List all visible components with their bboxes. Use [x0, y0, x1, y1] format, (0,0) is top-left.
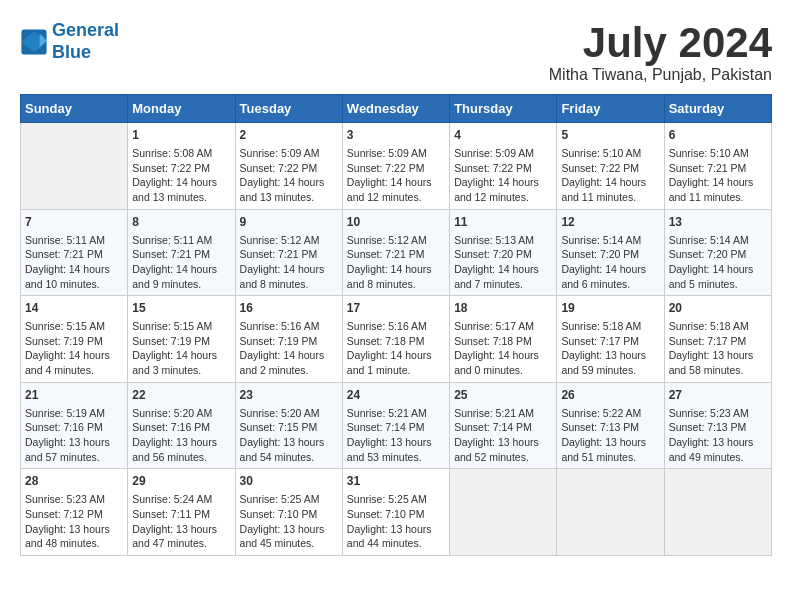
- calendar-day-cell: 1Sunrise: 5:08 AMSunset: 7:22 PMDaylight…: [128, 123, 235, 210]
- weekday-header: Friday: [557, 95, 664, 123]
- day-info: Sunrise: 5:14 AMSunset: 7:20 PMDaylight:…: [561, 234, 646, 290]
- calendar-day-cell: [557, 469, 664, 556]
- calendar-day-cell: 11Sunrise: 5:13 AMSunset: 7:20 PMDayligh…: [450, 209, 557, 296]
- weekday-header: Tuesday: [235, 95, 342, 123]
- day-info: Sunrise: 5:17 AMSunset: 7:18 PMDaylight:…: [454, 320, 539, 376]
- calendar-day-cell: 2Sunrise: 5:09 AMSunset: 7:22 PMDaylight…: [235, 123, 342, 210]
- day-number: 19: [561, 300, 659, 317]
- day-number: 23: [240, 387, 338, 404]
- calendar-day-cell: [664, 469, 771, 556]
- calendar-day-cell: 7Sunrise: 5:11 AMSunset: 7:21 PMDaylight…: [21, 209, 128, 296]
- weekday-header: Wednesday: [342, 95, 449, 123]
- day-info: Sunrise: 5:15 AMSunset: 7:19 PMDaylight:…: [132, 320, 217, 376]
- day-info: Sunrise: 5:14 AMSunset: 7:20 PMDaylight:…: [669, 234, 754, 290]
- calendar-table: SundayMondayTuesdayWednesdayThursdayFrid…: [20, 94, 772, 556]
- calendar-day-cell: [21, 123, 128, 210]
- calendar-day-cell: 28Sunrise: 5:23 AMSunset: 7:12 PMDayligh…: [21, 469, 128, 556]
- logo-text: General Blue: [52, 20, 119, 63]
- calendar-day-cell: 3Sunrise: 5:09 AMSunset: 7:22 PMDaylight…: [342, 123, 449, 210]
- day-info: Sunrise: 5:18 AMSunset: 7:17 PMDaylight:…: [669, 320, 754, 376]
- day-info: Sunrise: 5:16 AMSunset: 7:19 PMDaylight:…: [240, 320, 325, 376]
- day-number: 30: [240, 473, 338, 490]
- day-number: 15: [132, 300, 230, 317]
- day-info: Sunrise: 5:11 AMSunset: 7:21 PMDaylight:…: [132, 234, 217, 290]
- day-info: Sunrise: 5:21 AMSunset: 7:14 PMDaylight:…: [454, 407, 539, 463]
- calendar-week-row: 28Sunrise: 5:23 AMSunset: 7:12 PMDayligh…: [21, 469, 772, 556]
- calendar-day-cell: 6Sunrise: 5:10 AMSunset: 7:21 PMDaylight…: [664, 123, 771, 210]
- calendar-day-cell: 18Sunrise: 5:17 AMSunset: 7:18 PMDayligh…: [450, 296, 557, 383]
- day-number: 29: [132, 473, 230, 490]
- day-info: Sunrise: 5:25 AMSunset: 7:10 PMDaylight:…: [240, 493, 325, 549]
- day-number: 10: [347, 214, 445, 231]
- day-info: Sunrise: 5:09 AMSunset: 7:22 PMDaylight:…: [347, 147, 432, 203]
- day-number: 28: [25, 473, 123, 490]
- day-number: 2: [240, 127, 338, 144]
- day-number: 14: [25, 300, 123, 317]
- day-number: 24: [347, 387, 445, 404]
- weekday-header: Thursday: [450, 95, 557, 123]
- calendar-day-cell: 27Sunrise: 5:23 AMSunset: 7:13 PMDayligh…: [664, 382, 771, 469]
- day-info: Sunrise: 5:08 AMSunset: 7:22 PMDaylight:…: [132, 147, 217, 203]
- calendar-day-cell: 26Sunrise: 5:22 AMSunset: 7:13 PMDayligh…: [557, 382, 664, 469]
- calendar-day-cell: 4Sunrise: 5:09 AMSunset: 7:22 PMDaylight…: [450, 123, 557, 210]
- calendar-week-row: 21Sunrise: 5:19 AMSunset: 7:16 PMDayligh…: [21, 382, 772, 469]
- calendar-header: SundayMondayTuesdayWednesdayThursdayFrid…: [21, 95, 772, 123]
- day-number: 22: [132, 387, 230, 404]
- day-info: Sunrise: 5:20 AMSunset: 7:16 PMDaylight:…: [132, 407, 217, 463]
- day-number: 1: [132, 127, 230, 144]
- weekday-row: SundayMondayTuesdayWednesdayThursdayFrid…: [21, 95, 772, 123]
- calendar-day-cell: 24Sunrise: 5:21 AMSunset: 7:14 PMDayligh…: [342, 382, 449, 469]
- calendar-day-cell: 19Sunrise: 5:18 AMSunset: 7:17 PMDayligh…: [557, 296, 664, 383]
- day-info: Sunrise: 5:15 AMSunset: 7:19 PMDaylight:…: [25, 320, 110, 376]
- calendar-day-cell: 17Sunrise: 5:16 AMSunset: 7:18 PMDayligh…: [342, 296, 449, 383]
- calendar-day-cell: 8Sunrise: 5:11 AMSunset: 7:21 PMDaylight…: [128, 209, 235, 296]
- day-number: 12: [561, 214, 659, 231]
- weekday-header: Saturday: [664, 95, 771, 123]
- day-info: Sunrise: 5:09 AMSunset: 7:22 PMDaylight:…: [240, 147, 325, 203]
- day-info: Sunrise: 5:20 AMSunset: 7:15 PMDaylight:…: [240, 407, 325, 463]
- day-info: Sunrise: 5:10 AMSunset: 7:22 PMDaylight:…: [561, 147, 646, 203]
- day-info: Sunrise: 5:12 AMSunset: 7:21 PMDaylight:…: [347, 234, 432, 290]
- calendar-day-cell: 21Sunrise: 5:19 AMSunset: 7:16 PMDayligh…: [21, 382, 128, 469]
- day-number: 25: [454, 387, 552, 404]
- day-number: 26: [561, 387, 659, 404]
- calendar-day-cell: 12Sunrise: 5:14 AMSunset: 7:20 PMDayligh…: [557, 209, 664, 296]
- calendar-day-cell: 22Sunrise: 5:20 AMSunset: 7:16 PMDayligh…: [128, 382, 235, 469]
- day-number: 6: [669, 127, 767, 144]
- day-number: 21: [25, 387, 123, 404]
- day-info: Sunrise: 5:16 AMSunset: 7:18 PMDaylight:…: [347, 320, 432, 376]
- calendar-day-cell: 30Sunrise: 5:25 AMSunset: 7:10 PMDayligh…: [235, 469, 342, 556]
- day-info: Sunrise: 5:10 AMSunset: 7:21 PMDaylight:…: [669, 147, 754, 203]
- calendar-body: 1Sunrise: 5:08 AMSunset: 7:22 PMDaylight…: [21, 123, 772, 556]
- day-number: 9: [240, 214, 338, 231]
- day-info: Sunrise: 5:23 AMSunset: 7:12 PMDaylight:…: [25, 493, 110, 549]
- day-number: 4: [454, 127, 552, 144]
- day-number: 7: [25, 214, 123, 231]
- day-number: 27: [669, 387, 767, 404]
- calendar-day-cell: 5Sunrise: 5:10 AMSunset: 7:22 PMDaylight…: [557, 123, 664, 210]
- day-info: Sunrise: 5:11 AMSunset: 7:21 PMDaylight:…: [25, 234, 110, 290]
- day-number: 16: [240, 300, 338, 317]
- day-number: 3: [347, 127, 445, 144]
- day-info: Sunrise: 5:13 AMSunset: 7:20 PMDaylight:…: [454, 234, 539, 290]
- day-number: 20: [669, 300, 767, 317]
- page-header: General Blue July 2024 Mitha Tiwana, Pun…: [20, 20, 772, 84]
- day-info: Sunrise: 5:19 AMSunset: 7:16 PMDaylight:…: [25, 407, 110, 463]
- calendar-day-cell: 15Sunrise: 5:15 AMSunset: 7:19 PMDayligh…: [128, 296, 235, 383]
- day-number: 13: [669, 214, 767, 231]
- calendar-day-cell: 29Sunrise: 5:24 AMSunset: 7:11 PMDayligh…: [128, 469, 235, 556]
- title-block: July 2024 Mitha Tiwana, Punjab, Pakistan: [549, 20, 772, 84]
- day-number: 5: [561, 127, 659, 144]
- calendar-day-cell: [450, 469, 557, 556]
- day-info: Sunrise: 5:21 AMSunset: 7:14 PMDaylight:…: [347, 407, 432, 463]
- calendar-day-cell: 20Sunrise: 5:18 AMSunset: 7:17 PMDayligh…: [664, 296, 771, 383]
- calendar-day-cell: 14Sunrise: 5:15 AMSunset: 7:19 PMDayligh…: [21, 296, 128, 383]
- day-info: Sunrise: 5:24 AMSunset: 7:11 PMDaylight:…: [132, 493, 217, 549]
- day-number: 31: [347, 473, 445, 490]
- day-info: Sunrise: 5:23 AMSunset: 7:13 PMDaylight:…: [669, 407, 754, 463]
- calendar-week-row: 14Sunrise: 5:15 AMSunset: 7:19 PMDayligh…: [21, 296, 772, 383]
- calendar-day-cell: 25Sunrise: 5:21 AMSunset: 7:14 PMDayligh…: [450, 382, 557, 469]
- day-number: 18: [454, 300, 552, 317]
- calendar-day-cell: 16Sunrise: 5:16 AMSunset: 7:19 PMDayligh…: [235, 296, 342, 383]
- calendar-day-cell: 23Sunrise: 5:20 AMSunset: 7:15 PMDayligh…: [235, 382, 342, 469]
